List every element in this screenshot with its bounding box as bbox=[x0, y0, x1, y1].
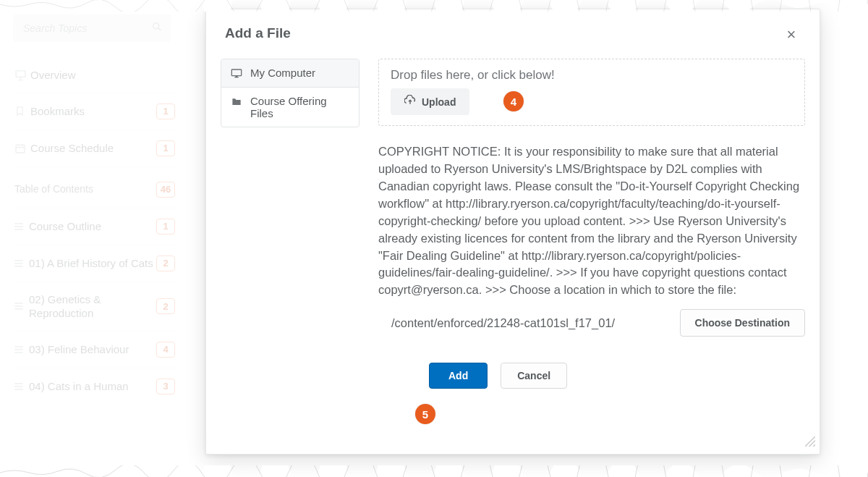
dropzone-label: Drop files here, or click below! bbox=[391, 68, 793, 83]
add-file-modal: Add a File × My Computer Course Offering… bbox=[205, 9, 820, 455]
upload-button[interactable]: Upload bbox=[391, 88, 469, 115]
close-button[interactable]: × bbox=[782, 25, 801, 44]
svg-rect-11 bbox=[236, 76, 238, 77]
upload-button-label: Upload bbox=[422, 96, 456, 108]
file-source-panel: My Computer Course Offering Files bbox=[221, 59, 359, 127]
svg-rect-9 bbox=[231, 69, 241, 76]
monitor-icon bbox=[230, 68, 243, 80]
source-course-files[interactable]: Course Offering Files bbox=[221, 88, 359, 127]
source-label: My Computer bbox=[250, 67, 315, 79]
modal-title: Add a File bbox=[225, 25, 782, 41]
source-label: Course Offering Files bbox=[250, 95, 350, 119]
svg-rect-10 bbox=[234, 77, 238, 77]
upload-icon bbox=[404, 95, 416, 109]
annotation-step-5: 5 bbox=[415, 404, 435, 424]
choose-destination-button[interactable]: Choose Destination bbox=[680, 309, 805, 337]
cancel-button[interactable]: Cancel bbox=[501, 363, 567, 389]
close-icon: × bbox=[787, 25, 796, 43]
file-dropzone[interactable]: Drop files here, or click below! Upload bbox=[378, 59, 805, 126]
folder-icon bbox=[230, 96, 243, 107]
annotation-step-4: 4 bbox=[503, 91, 524, 111]
copyright-notice: COPYRIGHT NOTICE: It is your responsibil… bbox=[378, 143, 805, 299]
add-button[interactable]: Add bbox=[429, 363, 488, 389]
source-my-computer[interactable]: My Computer bbox=[221, 59, 359, 88]
destination-path: /content/enforced/21248-cat101sl_f17_01/ bbox=[391, 316, 673, 330]
